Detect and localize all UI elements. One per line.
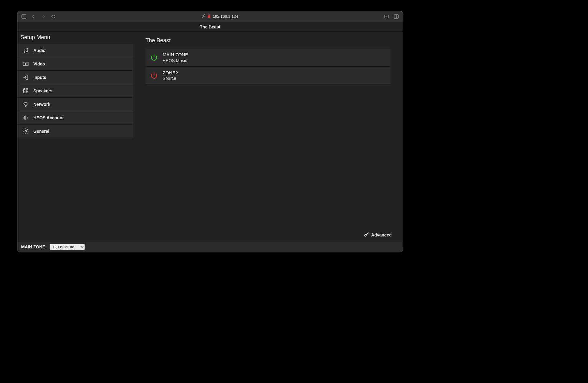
menu-item-label: Speakers (33, 88, 52, 93)
audio-icon (22, 46, 30, 54)
menu-item-audio[interactable]: Audio (17, 44, 133, 57)
inputs-icon (22, 73, 30, 81)
svg-rect-3 (385, 15, 388, 18)
device-name: The Beast (145, 37, 390, 44)
network-icon (22, 100, 30, 108)
svg-point-9 (27, 50, 28, 52)
advanced-label: Advanced (371, 232, 392, 237)
svg-rect-2 (208, 16, 210, 18)
address-text[interactable]: 192.168.1.124 (213, 14, 238, 19)
advanced-link[interactable]: Advanced (364, 232, 392, 238)
menu-item-label: Inputs (33, 75, 46, 80)
browser-window: 192.168.1.124 The Beast Setup Menu Audio (17, 11, 403, 252)
power-icon[interactable] (150, 53, 158, 62)
menu-item-label: General (33, 129, 49, 134)
key-icon (364, 232, 369, 238)
zone-row-zone2[interactable]: ZONE2 Source (145, 67, 390, 85)
video-icon (22, 60, 30, 68)
footer-zone-label: MAIN ZONE (21, 244, 45, 249)
svg-point-16 (27, 91, 28, 92)
footer-bar: MAIN ZONE HEOS Music (17, 241, 403, 252)
svg-point-14 (24, 91, 25, 92)
reload-button[interactable] (51, 14, 56, 19)
zone-name: ZONE2 (163, 70, 178, 76)
footer-source-select[interactable]: HEOS Music (50, 244, 85, 250)
browser-chrome: 192.168.1.124 (17, 11, 403, 22)
setup-menu-sidebar: Setup Menu Audio Video Inputs (17, 32, 133, 241)
zone-source: HEOS Music (163, 58, 188, 63)
menu-item-label: Network (33, 102, 50, 107)
menu-item-general[interactable]: General (17, 125, 133, 138)
sidebar-toggle-icon[interactable] (21, 14, 27, 19)
zone-source: Source (163, 76, 178, 81)
zone-row-main[interactable]: MAIN ZONE HEOS Music (145, 49, 390, 67)
back-button[interactable] (31, 14, 36, 19)
menu-item-label: Video (33, 61, 45, 66)
forward-button[interactable] (41, 14, 46, 19)
svg-point-13 (24, 89, 25, 90)
sidebar-title: Setup Menu (17, 32, 133, 44)
svg-point-15 (27, 89, 28, 90)
svg-point-8 (24, 51, 25, 52)
tabs-icon[interactable] (394, 14, 399, 19)
zone-name: MAIN ZONE (163, 52, 188, 58)
menu-item-inputs[interactable]: Inputs (17, 71, 133, 84)
menu-item-label: Audio (33, 48, 46, 53)
insecure-lock-icon (207, 14, 211, 19)
svg-point-17 (25, 106, 26, 107)
svg-point-24 (364, 235, 366, 236)
page-title: The Beast (200, 24, 221, 29)
heos-icon (22, 114, 30, 122)
svg-rect-0 (22, 15, 26, 18)
menu-item-speakers[interactable]: Speakers (17, 84, 133, 98)
page-title-bar: The Beast (17, 22, 403, 32)
menu-item-video[interactable]: Video (17, 57, 133, 71)
menu-item-heos-account[interactable]: HEOS Account (17, 111, 133, 125)
speakers-icon (22, 87, 30, 95)
main-content: The Beast MAIN ZONE HEOS Music ZONE2 Sou… (133, 32, 403, 241)
share-icon[interactable] (384, 14, 389, 19)
gear-icon (22, 127, 30, 135)
svg-point-23 (25, 130, 27, 132)
menu-item-network[interactable]: Network (17, 98, 133, 111)
link-icon (202, 14, 205, 19)
power-icon[interactable] (150, 71, 158, 80)
menu-item-label: HEOS Account (33, 115, 64, 120)
